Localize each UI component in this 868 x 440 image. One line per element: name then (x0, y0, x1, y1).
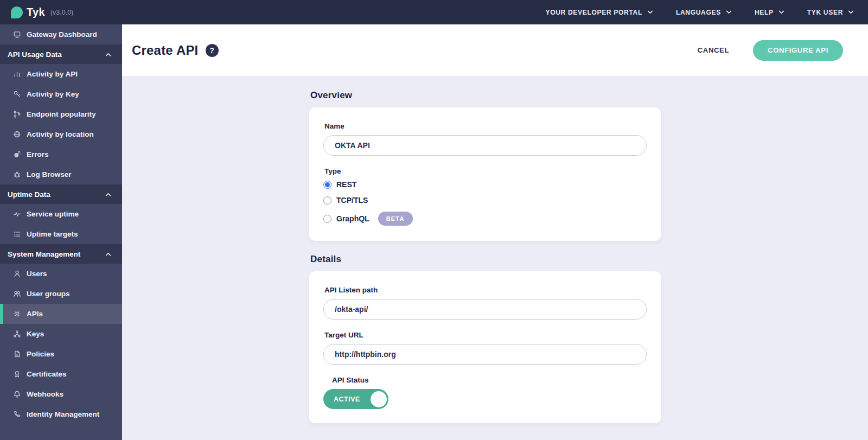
sidebar-section-api-usage-data[interactable]: API Usage Data (0, 44, 122, 64)
cancel-button[interactable]: CANCEL (694, 46, 732, 55)
pulse-icon (13, 210, 21, 218)
radio-unchecked-icon[interactable] (323, 196, 331, 205)
chevron-up-icon (105, 252, 111, 256)
tyk-logo-icon (11, 7, 23, 18)
monitor-icon (13, 30, 21, 39)
type-option-label: REST (336, 180, 356, 189)
details-section-title: Details (310, 254, 661, 265)
sidebar-section-uptime-data[interactable]: Uptime Data (0, 184, 122, 204)
sidebar-item-keys[interactable]: Keys (0, 324, 122, 344)
topbar: Tyk (v3.0.0) YOUR DEVELOPER PORTALLANGUA… (0, 0, 868, 24)
user-icon (13, 270, 21, 278)
sidebar-item-label: APIs (27, 310, 43, 318)
sidebar-section-system-management[interactable]: System Management (0, 244, 122, 264)
chevron-up-icon (105, 53, 111, 56)
radio-checked-icon[interactable] (323, 181, 331, 189)
name-label: Name (324, 122, 647, 130)
overview-card: Name Type RESTTCP/TLSGraphQLBETA (309, 107, 661, 241)
chevron-up-icon (105, 193, 111, 196)
sidebar-item-policies[interactable]: Policies (0, 344, 122, 364)
beta-badge: BETA (378, 212, 413, 226)
sidebar-item-label: Users (27, 270, 47, 278)
page-title: Create API (132, 43, 199, 58)
topbar-menu: YOUR DEVELOPER PORTALLANGUAGESHELPTYK US… (545, 9, 854, 16)
sidebar-item-endpoint-popularity[interactable]: Endpoint popularity (0, 104, 122, 124)
key-icon (13, 90, 21, 98)
sidebar-item-log-browser[interactable]: Log Browser (0, 164, 122, 184)
api-status-value: ACTIVE (334, 396, 360, 403)
sidebar-item-label: Activity by Key (27, 90, 79, 98)
sidebar-item-label: Activity by location (27, 130, 94, 138)
listen-path-input[interactable] (323, 299, 647, 320)
bomb-icon (13, 150, 21, 158)
sidebar: Gateway DashboardAPI Usage DataActivity … (0, 24, 122, 440)
target-url-label: Target URL (324, 331, 647, 339)
sidebar-item-label: Endpoint popularity (27, 110, 96, 118)
sidebar-item-label: Webhooks (27, 390, 63, 398)
type-option-label: GraphQL (336, 214, 369, 223)
network-icon (13, 330, 21, 338)
target-url-input[interactable] (323, 344, 647, 365)
sidebar-item-label: Service uptime (27, 210, 79, 218)
sidebar-item-activity-by-api[interactable]: Activity by API (0, 64, 122, 84)
globe-icon (13, 130, 21, 138)
sidebar-item-activity-by-location[interactable]: Activity by location (0, 124, 122, 144)
sidebar-item-label: Uptime targets (27, 230, 78, 238)
type-option-graphql[interactable]: GraphQLBETA (323, 212, 647, 226)
sidebar-item-webhooks[interactable]: Webhooks (0, 384, 122, 404)
tyk-logo[interactable]: Tyk (v3.0.0) (11, 6, 73, 18)
sidebar-item-label: Log Browser (27, 170, 72, 178)
topbar-menu-languages[interactable]: LANGUAGES (676, 9, 732, 16)
api-status-toggle[interactable]: ACTIVE (323, 389, 388, 409)
sidebar-item-user-groups[interactable]: User groups (0, 284, 122, 304)
topbar-menu-help[interactable]: HELP (755, 9, 784, 16)
sidebar-item-errors[interactable]: Errors (0, 144, 122, 164)
sidebar-item-identity-management[interactable]: Identity Management (0, 404, 122, 424)
sidebar-section-label: Uptime Data (8, 190, 50, 199)
topbar-menu-label: HELP (755, 9, 774, 16)
sidebar-item-service-uptime[interactable]: Service uptime (0, 204, 122, 224)
type-option-label: TCP/TLS (336, 196, 368, 205)
sidebar-item-certificates[interactable]: Certificates (0, 364, 122, 384)
type-option-rest[interactable]: REST (323, 180, 647, 189)
chevron-down-icon (726, 10, 732, 14)
api-name-input[interactable] (323, 135, 647, 156)
type-option-tcp-tls[interactable]: TCP/TLS (323, 196, 647, 205)
bell-icon (13, 390, 21, 398)
help-icon[interactable]: ? (206, 44, 219, 57)
users-icon (13, 290, 21, 298)
phone-icon (13, 410, 21, 418)
certificate-icon (13, 370, 21, 378)
title-wrap: Create API ? (132, 43, 219, 58)
api-status-label: API Status (332, 376, 647, 384)
type-radio-group: RESTTCP/TLSGraphQLBETA (323, 180, 647, 226)
version-label: (v3.0.0) (50, 9, 73, 16)
listen-path-label: API Listen path (324, 286, 647, 294)
topbar-menu-label: YOUR DEVELOPER PORTAL (545, 9, 642, 16)
toggle-knob-icon (371, 391, 387, 407)
sidebar-section-label: System Management (8, 250, 80, 258)
chevron-down-icon (848, 10, 854, 14)
sidebar-item-users[interactable]: Users (0, 264, 122, 284)
topbar-menu-label: LANGUAGES (676, 9, 721, 16)
sidebar-item-label: Activity by API (27, 70, 78, 78)
sidebar-section-label: API Usage Data (8, 50, 62, 59)
gear-icon (13, 310, 21, 318)
sidebar-item-label: Keys (27, 330, 44, 338)
topbar-menu-tyk-user[interactable]: TYK USER (807, 9, 854, 16)
sidebar-item-apis[interactable]: APIs (0, 304, 122, 324)
radio-unchecked-icon[interactable] (323, 215, 331, 223)
page-header: Create API ? CANCEL CONFIGURE API (122, 24, 868, 76)
sidebar-item-activity-by-key[interactable]: Activity by Key (0, 84, 122, 104)
chevron-down-icon (647, 10, 653, 14)
branch-icon (13, 110, 21, 118)
sidebar-item-label: Policies (27, 350, 54, 358)
main-area: Create API ? CANCEL CONFIGURE API Overvi… (122, 24, 868, 440)
sidebar-item-uptime-targets[interactable]: Uptime targets (0, 224, 122, 244)
topbar-menu-your-developer-portal[interactable]: YOUR DEVELOPER PORTAL (545, 9, 653, 16)
sidebar-item-gateway-dashboard[interactable]: Gateway Dashboard (0, 24, 122, 44)
sidebar-item-label: Errors (27, 150, 49, 158)
chevron-down-icon (778, 10, 784, 14)
configure-api-button[interactable]: CONFIGURE API (753, 40, 843, 61)
form-column: Overview Name Type RESTTCP/TLSGraphQLBET… (309, 90, 661, 423)
